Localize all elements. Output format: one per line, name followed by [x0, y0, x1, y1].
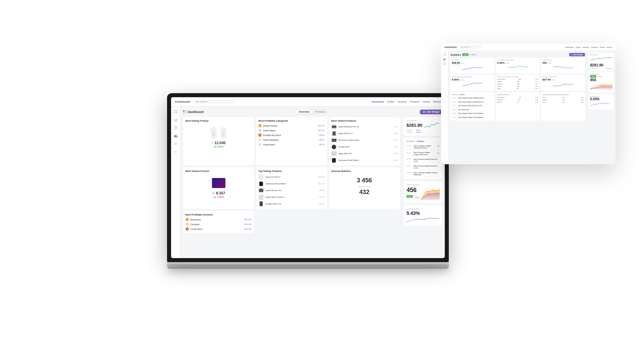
ss-link-clients[interactable]: Clients — [600, 46, 605, 48]
ss-avg-chart — [542, 81, 584, 87]
tab-products[interactable]: Products — [313, 110, 327, 114]
product-value: $12.5K — [318, 176, 325, 178]
most-viewed-products-card: Most Viewed Products ··· — [329, 117, 400, 165]
table-row: Facebook3872.1% — [497, 99, 538, 101]
sessions-sparkline — [421, 187, 440, 200]
nav-products[interactable]: Products — [410, 101, 420, 103]
ss-mid-grid: Online Store Conversion Rate 5.66% +5.9%… — [450, 75, 585, 91]
actions-orders-card: Actions Orders 11:52 — [404, 138, 442, 179]
product-thumb — [258, 181, 264, 186]
ss-right-sales-chart — [590, 56, 612, 62]
svg-rect-37 — [333, 155, 335, 156]
nav-sections[interactable]: Sections — [398, 101, 407, 103]
rank-badge: 5 — [258, 143, 262, 146]
ss-add-widget-button[interactable]: + Add Widget — [569, 53, 585, 56]
trend-up-icon — [214, 145, 216, 148]
ss-search[interactable]: Search — [460, 46, 481, 49]
sidebar-user-icon[interactable] — [173, 141, 178, 146]
ss-link-sections[interactable]: Sections — [583, 46, 589, 48]
top-nav: Constructor Search Dashboard Orders Sect… — [171, 97, 445, 107]
product-value: $7.4K — [319, 196, 325, 198]
product-thumb — [331, 131, 337, 136]
ss-analytics-title: Analytics — [450, 54, 461, 56]
widget-menu-icon[interactable]: ··· — [250, 213, 252, 216]
ss-link-recent[interactable]: Recent — [607, 46, 612, 48]
category-name: Camcorders — [263, 143, 318, 146]
svg-rect-26 — [213, 132, 214, 136]
ss-sidebar-icons — [441, 51, 448, 66]
main-layout: Dashboard Overview Products Add Widget — [171, 107, 445, 258]
rank-badge: 1 — [258, 124, 262, 127]
widget-menu-icon[interactable]: ··· — [322, 170, 325, 173]
list-item: 11:53 New Product Added iPad Pro 12.8+ — [406, 164, 440, 170]
product-name: Apple Air Pods 2 — [265, 176, 316, 178]
sidebar-grid-icon[interactable] — [173, 109, 178, 114]
ss-sessions-row: Live 6 visitors — [590, 75, 612, 78]
list-item: 11:52 New Category Added «Smart Watches» — [406, 171, 440, 177]
product-views: 5.4K — [393, 159, 397, 161]
list-item: 4 Smart Speakers $8.4K — [258, 138, 324, 141]
laptop: Constructor Search Dashboard Orders Sect… — [167, 93, 449, 269]
ss-link-dashboard[interactable]: Dashboard — [565, 46, 573, 48]
ss-sessions-sparkline — [542, 64, 584, 69]
dashboard-ui: Constructor Search Dashboard Orders Sect… — [171, 97, 445, 258]
sessions-tags: Live 6 visitors — [407, 194, 420, 198]
category-value: $11.3K — [318, 129, 325, 131]
ss-list-icon[interactable] — [443, 62, 446, 65]
section-value: $36.23K — [244, 228, 252, 230]
sessions-header: Total Sessions — [407, 184, 439, 186]
widget-menu-icon[interactable]: ··· — [322, 119, 325, 122]
nav-clients[interactable]: Clients — [423, 101, 430, 103]
ss-stat-card-visitors: Total Online Store Visitors 6.46% +2.0% — [496, 58, 540, 73]
list-item: 11:52 New Product Added iPad Pro 12.8+ — [452, 104, 493, 108]
product-thumb — [331, 137, 337, 143]
ss-visitors: 6 visitors — [470, 54, 477, 56]
ss-grid-icon[interactable] — [443, 53, 446, 56]
ss-link-products[interactable]: Products — [591, 46, 598, 48]
svg-rect-51 — [444, 58, 445, 60]
svg-point-44 — [462, 46, 463, 48]
best-selling-product-card: Best Selling Product ··· — [183, 117, 254, 165]
add-widget-button[interactable]: Add Widget — [420, 110, 442, 114]
most-viewed-product-card: Most Viewed Product ··· — [183, 167, 254, 209]
page-header: Dashboard Overview Products Add Widget — [183, 109, 442, 114]
nav-dashboard[interactable]: Dashboard — [372, 101, 384, 103]
sidebar-bar-chart-icon[interactable] — [173, 133, 178, 138]
visitors-count: 6 visitors — [414, 194, 420, 198]
sidebar — [171, 107, 180, 258]
view-report-link[interactable]: View report — [416, 129, 424, 133]
product-thumb — [258, 201, 264, 206]
widget-header: Best Selling Product ··· — [185, 119, 252, 122]
svg-rect-36 — [333, 155, 335, 156]
dashboard-icon — [183, 110, 186, 114]
sidebar-list-icon[interactable] — [173, 125, 178, 130]
widget-menu-icon[interactable]: ··· — [250, 119, 252, 122]
total-sales-card: Total Sales $281.90 — [404, 117, 442, 136]
ss-link-orders[interactable]: Orders — [576, 46, 581, 48]
ss-visitors-sparkline — [497, 64, 538, 69]
ss-customer-sparkline — [590, 101, 612, 107]
widget-menu-icon[interactable]: ··· — [395, 170, 397, 173]
nav-search[interactable]: Search — [195, 100, 235, 104]
svg-point-33 — [334, 135, 334, 136]
table-row: Japan4222.10% — [497, 88, 538, 89]
page-tabs: Overview Products — [296, 109, 328, 114]
product-value: $11.3K — [318, 183, 325, 185]
widget-header: Actions Orders — [406, 140, 440, 142]
sidebar-chart-icon[interactable] — [173, 117, 178, 122]
widget-menu-icon[interactable]: ··· — [395, 119, 397, 122]
main-content: Best Selling Product ··· — [183, 117, 442, 233]
widget-title: Most Viewed Product — [185, 170, 209, 172]
widget-menu-icon[interactable]: ··· — [250, 170, 252, 173]
svg-point-15 — [175, 142, 176, 144]
list-item: 3 Construction $36.23K — [185, 227, 252, 231]
ss-chart-icon[interactable] — [443, 58, 446, 60]
nav-recent[interactable]: Recent — [433, 101, 441, 103]
nav-orders[interactable]: Orders — [387, 101, 394, 103]
rank-badge: 3 — [185, 227, 189, 231]
sidebar-settings-icon[interactable] — [173, 149, 178, 154]
tab-overview[interactable]: Overview — [296, 110, 312, 114]
ss-main-content: Analytics Live 6 visitors + Add Widget T… — [448, 51, 587, 164]
general-stats: 3 456 Items On Sale 432 — [331, 174, 397, 198]
svg-rect-32 — [333, 132, 335, 135]
